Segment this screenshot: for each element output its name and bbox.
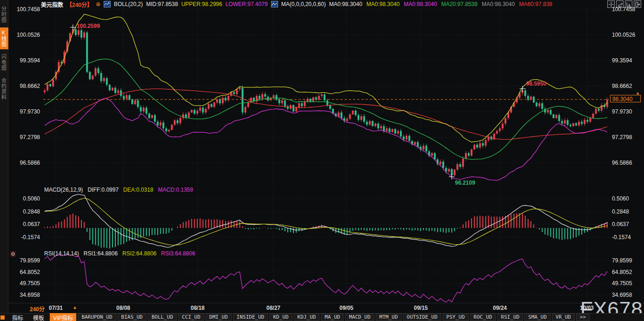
indicator-button-cci_ud[interactable]: CCI_UD (178, 314, 204, 321)
price-up-arrow-icon: ▲ (636, 91, 640, 95)
indicator-toolbar: 指标模板VIP指标BARUPDN_UDBIAS_UDBOLL_UDCCI_UDD… (0, 313, 644, 321)
chart-canvas[interactable]: 100.259998.595096.2109 (0, 0, 644, 321)
indicator-button-dmi_ud[interactable]: DMI_UD (206, 314, 232, 321)
y-axis-label: -0.1574 (7, 234, 40, 241)
indicator-button-psy_ud[interactable]: PSY_UD (443, 314, 469, 321)
y-axis-label: 99.3594 (7, 57, 40, 64)
x-axis-date-label: 07/31 (49, 305, 63, 311)
y-axis-label: 0.0637 (7, 221, 40, 227)
y-axis-label: 97.9730 (7, 108, 40, 115)
y-axis-label: 96.5866 (612, 160, 644, 166)
toolbar-tab-0[interactable]: 指标 (8, 314, 27, 321)
indicator-button-inside_ud[interactable]: INSIDE_UD (233, 314, 268, 321)
y-axis-label: 96.5866 (7, 160, 40, 166)
x-axis-date-label: 08/08 (116, 305, 130, 311)
y-axis-label: 64.8052 (612, 269, 644, 275)
alert-icon[interactable] (9, 250, 17, 260)
y-axis-label: 98.6662 (7, 83, 40, 89)
trading-terminal: 100.259998.595096.2109 分时图K线图闪电图合约资料 美元指… (0, 0, 644, 321)
y-axis-label: 49.7505 (612, 280, 644, 287)
y-axis-label: 97.9730 (612, 108, 644, 115)
period-tag: 【240分】 (66, 0, 93, 8)
y-axis-label: 49.7505 (7, 280, 40, 287)
rsi-pane-title: RSI(14,14,14) RSI1:64.8806 RSI2:64.8806 … (44, 250, 195, 257)
svg-text:98.5950: 98.5950 (526, 80, 547, 87)
y-axis-label: 0.5060 (7, 195, 40, 202)
rsi-title: RSI(14,14,14) (44, 250, 79, 257)
svg-text:100.2599: 100.2599 (77, 23, 100, 29)
boll-label: BOLL(20,2) (114, 1, 143, 7)
macd-dea-value: DEA:0.0318 (123, 187, 153, 193)
y-axis-label: 99.3594 (612, 57, 644, 64)
y-axis-label: 0.0637 (612, 221, 644, 227)
y-axis-label: 0.2848 (612, 208, 644, 215)
chart-header: 美元指数 【240分】 ⊕ BOLL(20,2) MID:97.8538 UPP… (8, 0, 644, 8)
toolbar-tab-1[interactable]: 模板 (29, 314, 48, 321)
macd-title: MACD(26,12,9) (44, 187, 83, 193)
more-indicators-button[interactable]: >> (576, 314, 590, 321)
x-axis-date-label: 08/27 (266, 305, 280, 311)
y-axis-label: 100.0526 (7, 32, 40, 38)
ma-label: MA(0,0,0,20,0,60) (281, 1, 326, 7)
boll-indicator-icon[interactable] (104, 1, 111, 7)
boll-mid-value: MID:97.8538 (146, 1, 178, 7)
indicator-button-roc_ud[interactable]: ROC_UD (470, 314, 496, 321)
indicator-button-outside_ud[interactable]: OUTSIDE_UD (403, 314, 441, 321)
indicator-button-macd_ud[interactable]: MACD_UD (345, 314, 374, 321)
add-indicator-icon[interactable]: ⊕ (96, 1, 100, 7)
y-axis-label: 98.6662 (612, 83, 644, 89)
x-axis-date-label: 08/18 (191, 305, 205, 311)
svg-text:96.2109: 96.2109 (455, 180, 476, 186)
toolbar-corner-icon (0, 315, 5, 320)
ma-value-2: MA0:98.3040 (404, 1, 437, 7)
y-axis-label: 0.5060 (612, 195, 644, 202)
macd-pane-title: MACD(26,12,9) DIFF:0.0997 DEA:0.0318 MAC… (44, 187, 193, 193)
y-axis-label: 97.2798 (612, 134, 644, 140)
ma-value-3: MA20:97.8538 (441, 1, 478, 7)
y-axis-label: 64.8052 (7, 269, 40, 275)
boll-upper-value: UPPER:98.2996 (181, 1, 222, 7)
x-axis-date-label: 09/24 (493, 305, 507, 311)
ma-value-5: MA60:97.838 (519, 1, 552, 7)
indicator-button-kdj_ud[interactable]: KDJ_UD (294, 314, 320, 321)
xaxis-period-label[interactable]: 240分 (30, 305, 45, 313)
indicator-button-sma_ud[interactable]: SMA_UD (524, 314, 551, 321)
ma-value-1: MA0:98.3040 (366, 1, 399, 7)
indicator-button-rsi_ud[interactable]: RSI_UD (497, 314, 523, 321)
indicator-button-vr_ud[interactable]: VR_UD (552, 314, 575, 321)
ma-values: MA0:98.3040MA0:98.3040MA0:98.3040MA20:97… (329, 1, 552, 7)
ma-value-0: MA0:98.3040 (329, 1, 362, 7)
x-axis-date-label: 09/05 (339, 305, 353, 311)
y-axis-label: 34.6958 (7, 292, 40, 298)
y-axis-label: 0.2848 (7, 208, 40, 215)
indicator-button-boll_ud[interactable]: BOLL_UD (148, 314, 177, 321)
ma-value-4: MA0:98.3040 (482, 1, 515, 7)
x-axis: 240分 ▲ 07/3108/0808/1808/2709/0509/1509/… (8, 303, 644, 314)
rsi3-value: RSI3:64.8806 (161, 250, 195, 257)
indicator-button-kd_ud[interactable]: KD_UD (269, 314, 292, 321)
x-axis-date-label: 09/15 (414, 305, 428, 311)
symbol-name: 美元指数 (41, 0, 63, 8)
indicator-button-bias_ud[interactable]: BIAS_UD (118, 314, 146, 321)
indicator-button-ma_ud[interactable]: MA_UD (321, 314, 344, 321)
indicator-button-barupdn_ud[interactable]: BARUPDN_UD (78, 314, 116, 321)
last-price-tag: 98.3040 (610, 95, 641, 102)
rsi1-value: RSI1:64.8806 (84, 250, 118, 257)
macd-diff-value: DIFF:0.0997 (87, 187, 119, 193)
ma-indicator-icon[interactable] (271, 1, 278, 7)
rsi2-value: RSI2:64.8806 (122, 250, 156, 257)
y-axis-label: 97.2798 (7, 134, 40, 140)
y-axis-label: 79.8599 (612, 257, 644, 264)
y-axis-label: 100.0526 (612, 32, 644, 38)
period-up-triangle-icon[interactable]: ▲ (73, 305, 77, 310)
boll-lower-value: LOWER:97.4079 (226, 1, 268, 7)
indicator-button-mtm_ud[interactable]: MTM_UD (376, 314, 402, 321)
last-price-value: 98.3040 (612, 96, 632, 102)
macd-macd-value: MACD:0.1359 (158, 187, 193, 193)
toolbar-tab-2[interactable]: VIP指标 (50, 313, 76, 321)
y-axis-label: 34.6958 (612, 292, 644, 298)
y-axis-label: -0.1574 (612, 234, 644, 241)
